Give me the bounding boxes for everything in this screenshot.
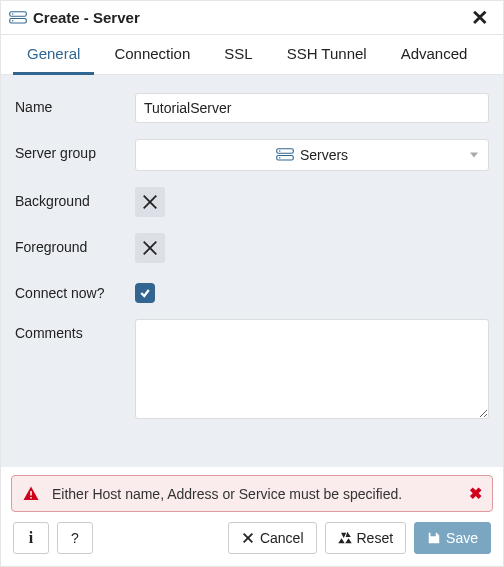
svg-rect-13 (30, 497, 32, 499)
error-bar: Either Host name, Address or Service mus… (11, 475, 493, 512)
foreground-label: Foreground (15, 233, 135, 255)
create-server-dialog: Create - Server ✕ General Connection SSL… (0, 0, 504, 567)
background-color-picker[interactable] (135, 187, 165, 217)
server-group-icon (276, 148, 294, 162)
reset-button[interactable]: Reset (325, 522, 407, 554)
connect-now-checkbox[interactable] (135, 283, 155, 303)
server-group-value: Servers (300, 147, 348, 163)
server-group-select[interactable]: Servers (135, 139, 489, 171)
dismiss-error-button[interactable]: ✖ (469, 484, 482, 503)
name-input[interactable] (135, 93, 489, 123)
tab-ssh-tunnel[interactable]: SSH Tunnel (273, 35, 381, 75)
server-icon (9, 11, 27, 25)
tab-strip: General Connection SSL SSH Tunnel Advanc… (1, 35, 503, 75)
warning-icon (22, 485, 40, 503)
save-button[interactable]: Save (414, 522, 491, 554)
recycle-icon (338, 531, 352, 545)
svg-point-7 (279, 157, 281, 159)
tab-general[interactable]: General (13, 35, 94, 75)
comments-textarea[interactable] (135, 319, 489, 419)
dialog-title: Create - Server (33, 9, 140, 26)
svg-point-3 (12, 20, 14, 22)
connect-now-label: Connect now? (15, 279, 135, 301)
tab-advanced[interactable]: Advanced (387, 35, 482, 75)
server-group-label: Server group (15, 139, 135, 161)
close-icon (241, 531, 255, 545)
svg-point-6 (279, 150, 281, 152)
foreground-color-picker[interactable] (135, 233, 165, 263)
chevron-down-icon (470, 153, 478, 158)
svg-rect-12 (30, 491, 32, 496)
help-icon: ? (71, 530, 79, 546)
background-label: Background (15, 187, 135, 209)
tab-connection[interactable]: Connection (100, 35, 204, 75)
help-button[interactable]: ? (57, 522, 93, 554)
tab-ssl[interactable]: SSL (210, 35, 266, 75)
save-icon (427, 531, 441, 545)
footer: i ? Cancel Reset (1, 512, 503, 566)
info-button[interactable]: i (13, 522, 49, 554)
check-icon (139, 287, 151, 299)
comments-label: Comments (15, 319, 135, 341)
svg-point-2 (12, 13, 14, 15)
cancel-button[interactable]: Cancel (228, 522, 317, 554)
close-dialog-button[interactable]: ✕ (467, 7, 493, 28)
name-label: Name (15, 93, 135, 115)
form-area: Name Server group Servers (1, 75, 503, 467)
clear-icon (141, 193, 159, 211)
info-icon: i (29, 530, 33, 546)
titlebar: Create - Server ✕ (1, 1, 503, 35)
clear-icon (141, 239, 159, 257)
error-message: Either Host name, Address or Service mus… (52, 486, 402, 502)
